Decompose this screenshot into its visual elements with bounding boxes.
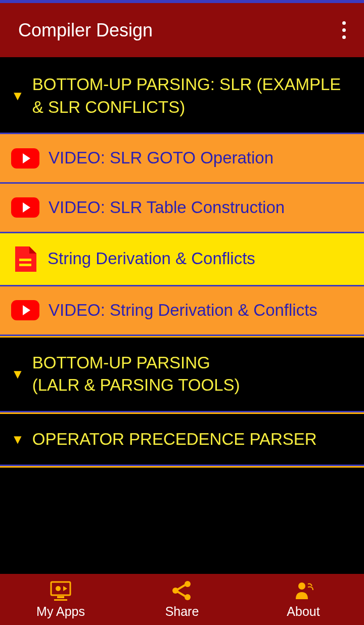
svg-rect-0 [19,259,31,261]
nav-share[interactable]: Share [121,579,243,619]
section-title: OPERATOR PRECEDENCE PARSER [32,428,317,451]
svg-point-3 [56,586,61,591]
document-icon [13,246,36,272]
svg-marker-4 [63,586,67,591]
section-title: BOTTOM-UP PARSING (LALR & PARSING TOOLS) [32,352,240,397]
section-header-slr[interactable]: ▼ BOTTOM-UP PARSING: SLR (EXAMPLE & SLR … [0,57,364,134]
nav-label: My Apps [36,604,85,619]
svg-line-11 [177,592,185,596]
nav-label: About [287,604,320,619]
item-label: VIDEO: String Derivation & Conflicts [49,300,317,321]
nav-my-apps[interactable]: My Apps [0,579,121,619]
about-icon [291,579,316,602]
chevron-down-icon: ▼ [11,432,24,447]
item-label: VIDEO: SLR GOTO Operation [49,147,274,169]
my-apps-icon [48,579,73,602]
section-header-operator[interactable]: ▼ OPERATOR PRECEDENCE PARSER [0,412,364,467]
youtube-icon [11,300,39,320]
content-spacer [0,466,364,574]
svg-rect-1 [19,264,31,266]
svg-rect-5 [57,596,64,598]
youtube-icon [11,197,39,218]
section-header-lalr[interactable]: ▼ BOTTOM-UP PARSING (LALR & PARSING TOOL… [0,336,364,412]
list-item-doc[interactable]: String Derivation & Conflicts [0,233,364,286]
chevron-down-icon: ▼ [11,88,24,104]
share-icon [169,579,195,602]
svg-rect-6 [54,599,67,601]
content-list: ▼ BOTTOM-UP PARSING: SLR (EXAMPLE & SLR … [0,57,364,574]
bottom-nav: My Apps Share About [0,574,364,625]
app-title: Compiler Design [18,20,337,41]
section-title: BOTTOM-UP PARSING: SLR (EXAMPLE & SLR CO… [32,73,353,118]
svg-point-9 [185,594,191,600]
nav-about[interactable]: About [243,579,364,619]
svg-point-12 [298,582,305,590]
overflow-menu-icon[interactable] [337,17,351,43]
item-label: VIDEO: SLR Table Construction [49,197,285,219]
list-item-video[interactable]: VIDEO: SLR Table Construction [0,184,364,233]
app-bar: Compiler Design [0,3,364,57]
chevron-down-icon: ▼ [11,366,24,382]
youtube-icon [11,148,39,169]
list-item-video[interactable]: VIDEO: String Derivation & Conflicts [0,286,364,336]
list-item-video[interactable]: VIDEO: SLR GOTO Operation [0,134,364,184]
svg-line-10 [177,585,185,590]
item-label: String Derivation & Conflicts [48,248,255,270]
svg-point-7 [185,581,191,587]
nav-label: Share [165,604,199,619]
